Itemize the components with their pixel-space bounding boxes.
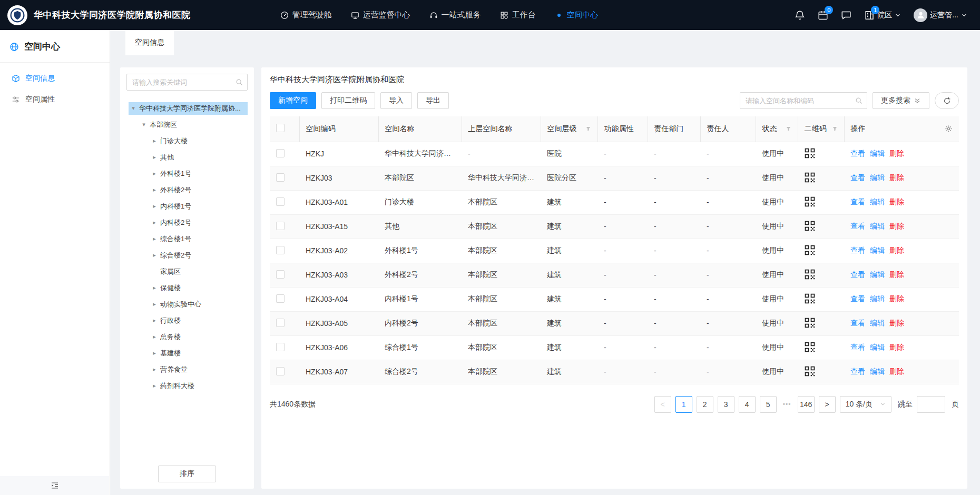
edit-link[interactable]: 编辑: [870, 270, 885, 279]
row-checkbox[interactable]: [276, 149, 285, 157]
page-ellipsis[interactable]: •••: [781, 401, 793, 408]
campus-dropdown[interactable]: 1 院区: [864, 10, 901, 21]
view-link[interactable]: 查看: [850, 343, 865, 351]
qr-code-icon[interactable]: [804, 317, 816, 329]
tree-caret-icon[interactable]: ▸: [151, 137, 158, 144]
last-page-button[interactable]: 146: [798, 396, 815, 413]
tree-caret-icon[interactable]: ▸: [151, 284, 158, 291]
tree-node[interactable]: ▸营养食堂: [126, 361, 248, 378]
tree-node[interactable]: ▸内科楼1号: [126, 198, 248, 214]
filter-funnel-icon[interactable]: [585, 126, 591, 132]
tree-caret-icon[interactable]: ▸: [151, 350, 158, 357]
tree-node[interactable]: ▸行政楼: [126, 312, 248, 329]
tree-caret-icon[interactable]: ▸: [151, 186, 158, 193]
tree-node[interactable]: ▸其他: [126, 149, 248, 165]
delete-link[interactable]: 删除: [889, 197, 904, 206]
tab-space-info[interactable]: 空间信息: [125, 30, 174, 55]
tree-node[interactable]: ▸基建楼: [126, 345, 248, 361]
row-checkbox[interactable]: [276, 270, 285, 279]
tree-caret-icon[interactable]: ▸: [151, 366, 158, 373]
search-icon[interactable]: [236, 78, 243, 86]
delete-link[interactable]: 删除: [889, 294, 904, 303]
view-link[interactable]: 查看: [850, 173, 865, 182]
column-settings-gear-icon[interactable]: [945, 125, 953, 133]
view-link[interactable]: 查看: [850, 319, 865, 327]
select-all-checkbox[interactable]: [276, 124, 285, 132]
nav-item[interactable]: 工作台: [500, 0, 536, 30]
sort-button[interactable]: 排序: [158, 466, 216, 482]
tree-caret-icon[interactable]: ▸: [151, 382, 158, 389]
tree-search-input[interactable]: [126, 74, 248, 91]
row-checkbox[interactable]: [276, 294, 285, 303]
print-qr-button[interactable]: 打印二维码: [321, 92, 375, 109]
row-checkbox[interactable]: [276, 343, 285, 351]
view-link[interactable]: 查看: [850, 222, 865, 230]
qr-code-icon[interactable]: [804, 365, 816, 377]
filter-funnel-icon[interactable]: [786, 126, 791, 132]
tree-caret-icon[interactable]: ▸: [151, 203, 158, 210]
edit-link[interactable]: 编辑: [870, 246, 885, 254]
jump-page-input[interactable]: [917, 396, 945, 413]
view-link[interactable]: 查看: [850, 367, 865, 375]
table-search-input[interactable]: [740, 92, 867, 109]
tree-node[interactable]: 家属区: [126, 263, 248, 280]
delete-link[interactable]: 删除: [889, 270, 904, 279]
tree-node[interactable]: ▾本部院区: [126, 116, 248, 133]
sidebar-item[interactable]: 空间信息: [0, 68, 110, 89]
qr-code-icon[interactable]: [804, 220, 816, 232]
row-checkbox[interactable]: [276, 173, 285, 182]
edit-link[interactable]: 编辑: [870, 294, 885, 303]
edit-link[interactable]: 编辑: [870, 173, 885, 182]
row-checkbox[interactable]: [276, 197, 285, 206]
view-link[interactable]: 查看: [850, 246, 865, 254]
notification-bell-button[interactable]: [795, 10, 805, 21]
tree-caret-icon[interactable]: ▸: [151, 154, 158, 161]
qr-code-icon[interactable]: [804, 341, 816, 353]
user-dropdown[interactable]: 运营管...: [914, 8, 967, 22]
tree-node[interactable]: ▸外科楼1号: [126, 165, 248, 182]
page-button[interactable]: 1: [675, 396, 692, 413]
sidebar-collapse-button[interactable]: [0, 476, 109, 495]
page-button[interactable]: 4: [739, 396, 756, 413]
tree-node[interactable]: ▾华中科技大学同济医学院附属协...: [126, 100, 248, 116]
tree-node[interactable]: ▸药剂科大楼: [126, 378, 248, 394]
delete-link[interactable]: 删除: [889, 246, 904, 254]
qr-code-icon[interactable]: [804, 244, 816, 256]
tree-node[interactable]: ▸综合楼1号: [126, 231, 248, 247]
nav-item[interactable]: 运营监督中心: [351, 0, 410, 30]
more-search-button[interactable]: 更多搜索: [873, 92, 929, 109]
row-checkbox[interactable]: [276, 319, 285, 327]
delete-link[interactable]: 删除: [889, 173, 904, 182]
edit-link[interactable]: 编辑: [870, 367, 885, 375]
tree-node[interactable]: ▸内科楼2号: [126, 214, 248, 231]
delete-link[interactable]: 删除: [889, 149, 904, 157]
delete-link[interactable]: 删除: [889, 319, 904, 327]
view-link[interactable]: 查看: [850, 270, 865, 279]
tree-node[interactable]: ▸门诊大楼: [126, 133, 248, 149]
tree-node[interactable]: ▸综合楼2号: [126, 247, 248, 263]
delete-link[interactable]: 删除: [889, 343, 904, 351]
view-link[interactable]: 查看: [850, 294, 865, 303]
tree-node[interactable]: ▸总务楼: [126, 329, 248, 345]
page-button[interactable]: 3: [718, 396, 734, 413]
tree-caret-icon[interactable]: ▸: [151, 170, 158, 177]
edit-link[interactable]: 编辑: [870, 343, 885, 351]
view-link[interactable]: 查看: [850, 149, 865, 157]
row-checkbox[interactable]: [276, 367, 285, 375]
qr-code-icon[interactable]: [804, 147, 816, 159]
tree-caret-icon[interactable]: ▸: [151, 252, 158, 259]
tree-caret-icon[interactable]: ▾: [140, 121, 148, 128]
tree-caret-icon[interactable]: ▾: [130, 105, 137, 112]
edit-link[interactable]: 编辑: [870, 149, 885, 157]
refresh-button[interactable]: [935, 92, 959, 109]
delete-link[interactable]: 删除: [889, 222, 904, 230]
sidebar-item[interactable]: 空间属性: [0, 89, 110, 110]
nav-item[interactable]: 空间中心: [555, 0, 599, 30]
qr-code-icon[interactable]: [804, 172, 816, 183]
nav-item[interactable]: 管理驾驶舱: [280, 0, 332, 30]
tree-caret-icon[interactable]: ▸: [151, 333, 158, 340]
page-button[interactable]: 5: [760, 396, 777, 413]
tree-node[interactable]: ▸动物实验中心: [126, 296, 248, 312]
nav-item[interactable]: 一站式服务: [429, 0, 481, 30]
import-button[interactable]: 导入: [380, 92, 412, 109]
